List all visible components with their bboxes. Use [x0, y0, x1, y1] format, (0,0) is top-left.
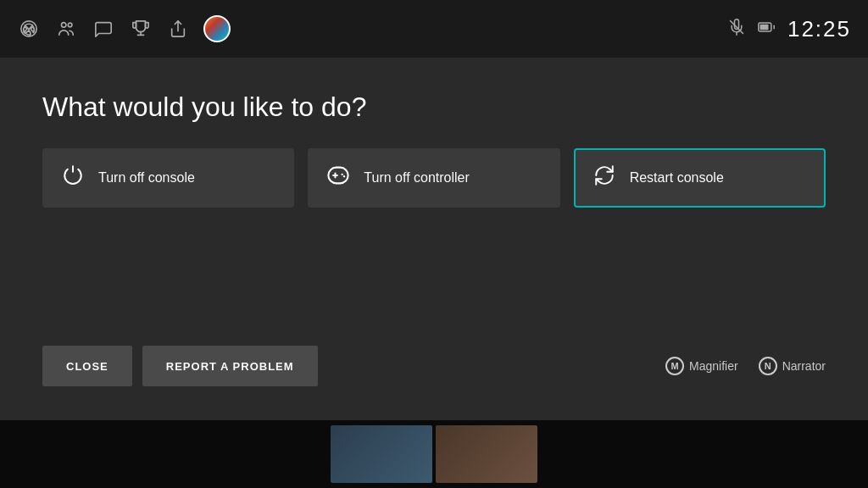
chat-icon[interactable]: [92, 17, 115, 41]
narrator-item[interactable]: N Narrator: [759, 357, 826, 375]
avatar[interactable]: [203, 15, 231, 42]
xbox-icon[interactable]: [17, 17, 41, 41]
turn-off-console-button[interactable]: Turn off console: [42, 148, 294, 208]
clock-display: 12:25: [787, 16, 851, 42]
narrator-label: Narrator: [782, 359, 826, 373]
people-icon[interactable]: [54, 17, 78, 41]
accessibility-row: M Magnifier N Narrator: [665, 357, 826, 375]
controller-icon: [326, 164, 350, 192]
svg-rect-8: [760, 25, 768, 30]
options-row: Turn off console Turn off controller: [42, 148, 826, 208]
bottom-buttons: CLOSE REPORT A PROBLEM: [42, 346, 318, 386]
top-bar-right: 12:25: [728, 16, 851, 42]
magnifier-label: Magnifier: [689, 359, 738, 373]
close-button[interactable]: CLOSE: [42, 346, 132, 386]
svg-point-11: [342, 174, 343, 175]
top-bar: 12:25: [0, 0, 868, 58]
thumbnails: [331, 425, 537, 483]
magnifier-icon: M: [665, 357, 684, 375]
narrator-icon: N: [759, 357, 777, 375]
thumbnail-1: [331, 425, 432, 483]
turn-off-controller-label: Turn off controller: [364, 170, 470, 186]
mute-icon: [728, 19, 745, 39]
report-problem-button[interactable]: REPORT A PROBLEM: [142, 346, 318, 386]
svg-point-1: [62, 23, 67, 28]
svg-point-12: [343, 175, 345, 177]
nav-icons: [17, 15, 231, 42]
svg-point-2: [68, 23, 72, 27]
bottom-row: CLOSE REPORT A PROBLEM M Magnifier N Nar…: [42, 346, 826, 386]
restart-icon: [593, 164, 616, 191]
restart-console-button[interactable]: Restart console: [574, 148, 826, 208]
turn-off-console-label: Turn off console: [98, 170, 195, 186]
trophy-icon[interactable]: [129, 17, 153, 41]
panel-title: What would you like to do?: [42, 92, 826, 123]
main-panel: What would you like to do? Turn off cons…: [0, 58, 868, 420]
bottom-strip: [0, 420, 868, 488]
power-icon: [61, 164, 85, 191]
magnifier-item[interactable]: M Magnifier: [665, 357, 738, 375]
battery-icon: [755, 19, 777, 39]
turn-off-controller-button[interactable]: Turn off controller: [308, 148, 559, 208]
thumbnail-2: [436, 425, 537, 483]
panel-content: What would you like to do? Turn off cons…: [42, 92, 826, 225]
share-icon[interactable]: [166, 17, 190, 41]
restart-console-label: Restart console: [630, 170, 724, 186]
